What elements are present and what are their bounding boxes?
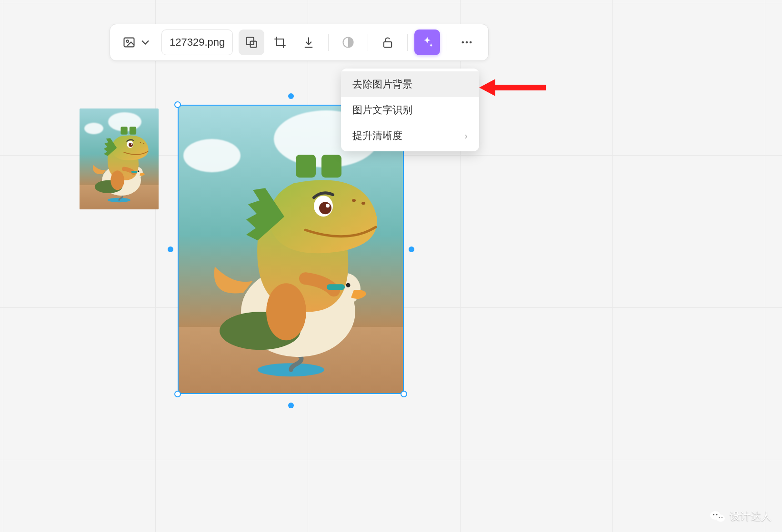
svg-rect-5: [384, 42, 391, 48]
menu-item-label: 图片文字识别: [352, 103, 412, 117]
svg-point-6: [462, 41, 464, 44]
crop-button[interactable]: [267, 30, 293, 55]
svg-point-1: [126, 40, 129, 42]
svg-point-12: [716, 514, 718, 515]
menu-item-upscale[interactable]: 提升清晰度 ›: [341, 123, 479, 148]
svg-point-8: [470, 41, 472, 44]
svg-point-11: [713, 514, 714, 515]
contrast-icon: [341, 36, 355, 49]
toolbar-divider: [368, 34, 368, 51]
unselected-image-thumbnail[interactable]: [80, 108, 159, 209]
dino-illustration: [83, 114, 155, 207]
chevron-right-icon: ›: [464, 130, 468, 141]
svg-point-7: [466, 41, 468, 44]
crop-icon: [273, 36, 287, 49]
fit-icon: [245, 36, 258, 49]
resize-handle-se[interactable]: [401, 391, 407, 397]
resize-handle-s[interactable]: [288, 403, 294, 408]
menu-item-remove-bg[interactable]: 去除图片背景: [341, 71, 479, 97]
rotate-handle-top[interactable]: [288, 93, 294, 99]
image-icon: [122, 36, 136, 49]
annotation-arrow: [479, 77, 546, 98]
wechat-icon: [710, 510, 725, 522]
ai-tools-menu: 去除图片背景 图片文字识别 提升清晰度 ›: [341, 69, 479, 151]
fit-button[interactable]: [239, 30, 264, 55]
download-button[interactable]: [296, 30, 321, 55]
chevron-down-icon: [139, 36, 152, 49]
image-toolbar: 127329.png: [110, 24, 489, 61]
menu-item-label: 去除图片背景: [352, 78, 412, 91]
ai-tools-button[interactable]: [414, 30, 440, 55]
sparkle-icon: [421, 36, 434, 49]
filename-field[interactable]: 127329.png: [161, 30, 233, 55]
resize-handle-nw[interactable]: [174, 101, 181, 108]
menu-item-label: 提升清晰度: [352, 129, 402, 142]
menu-item-ocr[interactable]: 图片文字识别: [341, 97, 479, 123]
dino-illustration: [186, 121, 396, 388]
more-icon: [460, 36, 473, 49]
svg-point-14: [722, 517, 722, 518]
watermark-text: 设计达人: [730, 509, 772, 523]
watermark: 设计达人: [710, 509, 772, 523]
toolbar-divider: [407, 34, 408, 51]
svg-rect-0: [124, 38, 134, 47]
unlock-icon: [381, 36, 394, 49]
svg-point-13: [719, 517, 720, 518]
lock-button[interactable]: [375, 30, 401, 55]
image-type-dropdown[interactable]: [119, 30, 156, 55]
contrast-button[interactable]: [335, 30, 361, 55]
resize-handle-e[interactable]: [409, 246, 414, 252]
resize-handle-w[interactable]: [168, 246, 173, 252]
more-button[interactable]: [454, 30, 480, 55]
download-icon: [302, 36, 315, 49]
toolbar-divider: [447, 34, 447, 51]
svg-point-10: [716, 515, 725, 522]
toolbar-divider: [328, 34, 329, 51]
resize-handle-sw[interactable]: [174, 391, 181, 397]
